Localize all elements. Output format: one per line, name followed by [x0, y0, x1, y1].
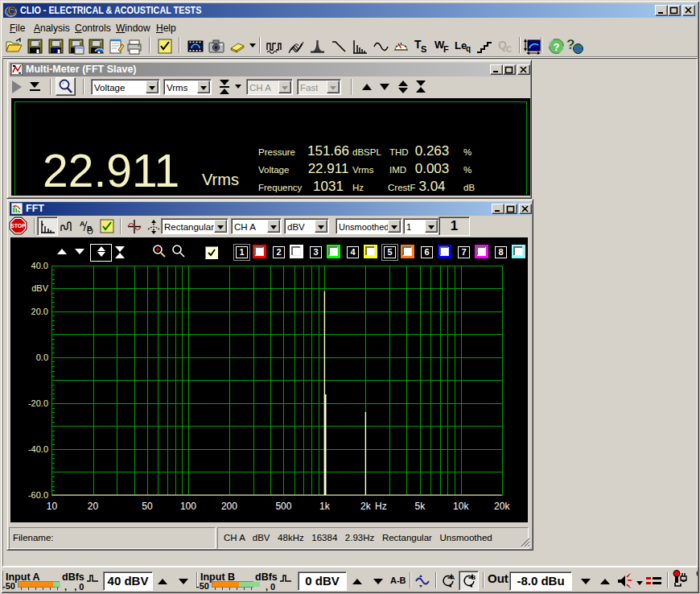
svg-text:S: S: [421, 44, 426, 54]
svg-text:-20.0: -20.0: [28, 398, 48, 408]
svg-text:C: C: [506, 45, 512, 54]
svg-text:Le: Le: [455, 39, 467, 52]
svg-text:20: 20: [88, 501, 99, 512]
svg-text:100: 100: [180, 501, 196, 512]
svg-text:STOP: STOP: [10, 223, 26, 229]
svg-text:Hz: Hz: [375, 501, 387, 512]
svg-text:C: C: [7, 4, 16, 17]
svg-text:A: A: [451, 575, 455, 580]
svg-text:5k: 5k: [414, 501, 426, 512]
svg-text:dBV: dBV: [31, 283, 48, 293]
svg-text:20k: 20k: [494, 501, 510, 512]
svg-text:40.0: 40.0: [31, 261, 48, 270]
svg-text:10k: 10k: [453, 501, 469, 512]
svg-text:50: 50: [142, 501, 153, 512]
svg-text:-60.0: -60.0: [28, 490, 48, 500]
svg-text:200: 200: [221, 501, 237, 512]
svg-text:?: ?: [554, 41, 560, 53]
svg-text:20.0: 20.0: [31, 307, 48, 316]
svg-text:q: q: [466, 44, 471, 53]
svg-text:B: B: [471, 575, 476, 580]
svg-text:A: A: [80, 220, 85, 228]
svg-text:10: 10: [47, 501, 58, 512]
svg-text:1k: 1k: [319, 501, 331, 512]
svg-text:2k: 2k: [360, 501, 372, 512]
svg-text:-40.0: -40.0: [28, 444, 48, 454]
svg-text:500: 500: [275, 501, 291, 512]
svg-text:F: F: [443, 44, 449, 54]
svg-text:A: A: [53, 46, 59, 54]
svg-text:0.0: 0.0: [36, 353, 48, 362]
